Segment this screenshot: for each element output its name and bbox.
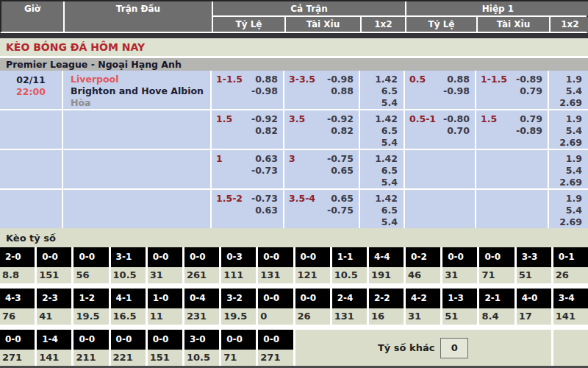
odds-value[interactable]: -0.98	[251, 85, 278, 97]
score-cell[interactable]: 0-00	[258, 289, 293, 325]
score-box[interactable]: 3-4	[553, 289, 588, 308]
score-odds[interactable]: 51	[442, 308, 477, 325]
1x2-odds-value[interactable]: 2.69	[549, 177, 582, 188]
1x2-odds-value[interactable]: 5.4	[360, 216, 398, 228]
score-cell[interactable]: 0-0271	[258, 330, 293, 366]
score-odds[interactable]: 141	[553, 308, 588, 325]
score-cell[interactable]: 3-010.5	[184, 330, 219, 366]
score-odds[interactable]: 121	[295, 267, 330, 283]
score-odds[interactable]: 26	[295, 308, 330, 325]
score-box[interactable]: 0-0	[0, 330, 35, 350]
score-box[interactable]: 0-2	[406, 247, 440, 267]
score-box[interactable]: 0-0	[295, 289, 330, 308]
odds-value[interactable]: 0.82	[327, 125, 354, 137]
1x2-odds-value[interactable]: 1.42	[360, 153, 398, 165]
score-cell[interactable]: 0-031	[442, 247, 477, 283]
score-box[interactable]: 3-0	[184, 330, 219, 350]
odds-value[interactable]: -0.98	[443, 85, 470, 97]
score-box[interactable]: 0-0	[148, 247, 182, 267]
odds-value[interactable]: 0.88	[327, 85, 354, 97]
score-cell[interactable]: 1-110.5	[332, 247, 367, 283]
score-odds[interactable]: 26	[553, 267, 588, 283]
score-cell[interactable]: 0-246	[406, 247, 440, 283]
score-box[interactable]: 0-4	[184, 289, 219, 308]
score-cell[interactable]: 1-219.5	[74, 289, 108, 325]
odds-value[interactable]: -0.73	[251, 165, 278, 177]
score-odds[interactable]: 11	[148, 308, 182, 325]
odds-value[interactable]: -0.75	[327, 205, 354, 216]
odds-value[interactable]: 0.88	[251, 74, 278, 85]
score-odds[interactable]: 141	[37, 350, 71, 366]
1x2-odds-value[interactable]: 6.5	[360, 125, 398, 137]
h1-overunder-cell[interactable]: 1-1.5-0.890.79	[476, 71, 548, 109]
ft-overunder-cell[interactable]: 3-0.750.65	[284, 150, 359, 188]
score-box[interactable]: 1-1	[332, 247, 367, 267]
odds-value[interactable]: -0.80	[443, 113, 470, 125]
score-cell[interactable]: 0-071	[221, 330, 256, 366]
score-odds[interactable]: 71	[479, 267, 514, 283]
1x2-odds-value[interactable]: 2.69	[549, 97, 582, 109]
score-box[interactable]: 1-3	[442, 289, 477, 308]
score-box[interactable]: 2-2	[369, 289, 404, 308]
1x2-odds-value[interactable]: 5.4	[549, 125, 582, 137]
odds-value[interactable]: 0.63	[251, 205, 278, 216]
h1-overunder-cell[interactable]: 1.50.79-0.89	[476, 110, 548, 149]
score-box[interactable]: 2-0	[0, 247, 35, 267]
odds-value[interactable]: -0.92	[327, 113, 354, 125]
score-cell[interactable]: 2-4131	[332, 289, 367, 325]
score-box[interactable]: 0-0	[442, 247, 477, 267]
score-cell[interactable]: 0-071	[479, 247, 514, 283]
1x2-odds-value[interactable]: 1.9	[549, 113, 582, 125]
ft-handicap-cell[interactable]: 1.5-0.920.82	[212, 110, 283, 149]
score-box[interactable]: 0-0	[479, 247, 514, 267]
ft-overunder-cell[interactable]: 3.5-0.920.82	[284, 110, 359, 149]
ft-overunder-cell[interactable]: 3-3.5-0.980.88	[284, 71, 359, 109]
score-box[interactable]: 2-4	[332, 289, 367, 308]
score-cell[interactable]: 4-376	[0, 289, 35, 325]
1x2-odds-value[interactable]: 5.4	[360, 97, 398, 109]
score-cell[interactable]: 0-0131	[258, 247, 293, 283]
score-box[interactable]: 0-3	[221, 247, 256, 267]
score-odds[interactable]: 151	[37, 267, 71, 283]
score-box[interactable]: 4-4	[369, 247, 404, 267]
h1-handicap-cell[interactable]: 0.50.88-0.98	[405, 71, 475, 109]
score-box[interactable]: 0-0	[37, 247, 71, 267]
score-odds[interactable]: 261	[184, 267, 219, 283]
1x2-odds-value[interactable]: 2.69	[549, 216, 582, 228]
score-odds[interactable]: 31	[442, 267, 477, 283]
score-odds[interactable]: 221	[111, 350, 146, 366]
score-box[interactable]: 1-4	[37, 330, 71, 350]
odds-value[interactable]: -0.98	[327, 74, 354, 85]
1x2-odds-value[interactable]: 6.5	[360, 205, 398, 216]
score-cell[interactable]: 4-116.5	[111, 289, 146, 325]
score-cell[interactable]: 4-231	[406, 289, 440, 325]
score-box[interactable]: 0-0	[258, 247, 293, 267]
score-cell[interactable]: 0-056	[74, 247, 108, 283]
1x2-odds-value[interactable]: 1.42	[360, 113, 398, 125]
odds-value[interactable]: -0.92	[251, 113, 278, 125]
score-box[interactable]: 0-0	[221, 330, 256, 350]
score-odds[interactable]: 151	[148, 350, 182, 366]
1x2-odds-value[interactable]: 5.4	[549, 165, 582, 177]
score-odds[interactable]: 131	[332, 308, 367, 325]
score-cell[interactable]: 2-18.4	[479, 289, 514, 325]
score-cell[interactable]: 3-110.5	[111, 247, 146, 283]
score-odds[interactable]: 131	[258, 267, 293, 283]
score-box[interactable]: 0-0	[295, 247, 330, 267]
score-odds[interactable]: 19.5	[221, 308, 256, 325]
score-box[interactable]: 0-0	[74, 330, 108, 350]
score-odds[interactable]: 10.5	[111, 267, 146, 283]
1x2-odds-value[interactable]: 5.4	[549, 85, 582, 97]
score-box[interactable]: 0-0	[111, 330, 146, 350]
score-odds[interactable]: 16.5	[111, 308, 146, 325]
score-cell[interactable]: 1-011	[148, 289, 182, 325]
score-odds[interactable]: 111	[221, 267, 256, 283]
score-cell[interactable]: 0-0211	[74, 330, 108, 366]
score-cell[interactable]: 0-0121	[295, 247, 330, 283]
ft-overunder-cell[interactable]: 3.5-40.65-0.75	[284, 190, 359, 228]
1x2-odds-value[interactable]: 5.4	[360, 137, 398, 149]
score-odds[interactable]: 41	[37, 308, 71, 325]
score-odds[interactable]: 31	[148, 267, 182, 283]
1x2-odds-value[interactable]: 1.9	[549, 153, 582, 165]
score-box[interactable]: 0-0	[184, 247, 219, 267]
